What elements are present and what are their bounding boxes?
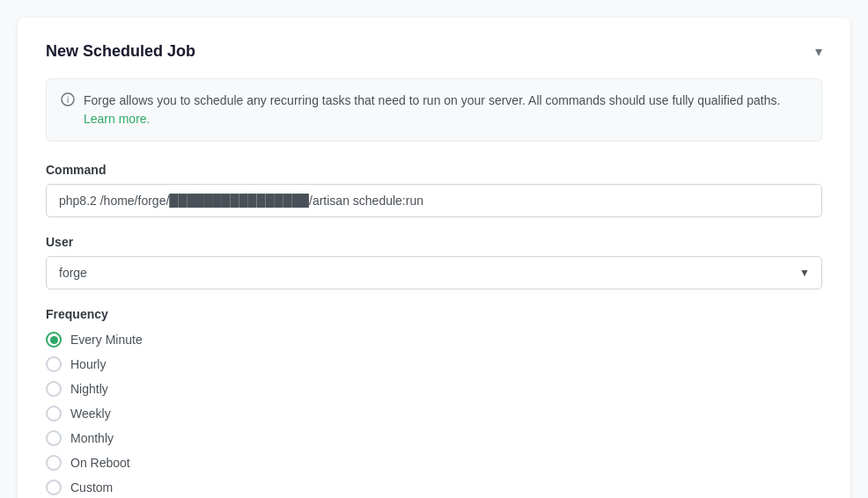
info-description: Forge allows you to schedule any recurri… <box>84 92 807 128</box>
user-label: User <box>46 235 822 249</box>
frequency-group: Frequency Every Minute Hourly Nightly We… <box>46 307 822 495</box>
radio-nightly[interactable]: Nightly <box>46 381 822 397</box>
radio-every-minute[interactable]: Every Minute <box>46 332 822 348</box>
radio-hourly-input[interactable] <box>46 356 62 372</box>
radio-on-reboot-label: On Reboot <box>70 456 130 470</box>
radio-weekly-input[interactable] <box>46 406 62 421</box>
radio-on-reboot-input[interactable] <box>46 455 62 471</box>
frequency-radio-group: Every Minute Hourly Nightly Weekly Month… <box>46 332 822 495</box>
radio-hourly[interactable]: Hourly <box>46 356 822 372</box>
command-group: Command <box>46 163 822 217</box>
user-select-wrapper: forge root ▼ <box>46 256 822 289</box>
radio-custom[interactable]: Custom <box>46 480 822 495</box>
info-box: i Forge allows you to schedule any recur… <box>46 78 822 142</box>
radio-nightly-label: Nightly <box>70 382 108 396</box>
info-icon: i <box>61 92 75 110</box>
radio-monthly[interactable]: Monthly <box>46 430 822 446</box>
radio-nightly-input[interactable] <box>46 381 62 397</box>
radio-custom-label: Custom <box>70 480 113 494</box>
radio-on-reboot[interactable]: On Reboot <box>46 455 822 471</box>
page-title: New Scheduled Job <box>46 42 195 61</box>
frequency-label: Frequency <box>46 307 822 321</box>
radio-monthly-label: Monthly <box>70 431 114 445</box>
user-select[interactable]: forge root <box>46 256 822 289</box>
learn-more-link[interactable]: Learn more. <box>84 112 150 126</box>
radio-custom-input[interactable] <box>46 480 62 495</box>
new-scheduled-job-card: New Scheduled Job ▾ i Forge allows you t… <box>18 18 850 498</box>
command-input[interactable] <box>46 184 822 217</box>
radio-every-minute-input[interactable] <box>46 332 62 348</box>
radio-hourly-label: Hourly <box>70 357 106 371</box>
card-header: New Scheduled Job ▾ <box>46 42 822 61</box>
svg-text:i: i <box>67 95 69 105</box>
command-label: Command <box>46 163 822 177</box>
user-group: User forge root ▼ <box>46 235 822 289</box>
radio-every-minute-label: Every Minute <box>70 333 143 347</box>
radio-monthly-input[interactable] <box>46 430 62 446</box>
chevron-down-icon[interactable]: ▾ <box>815 43 822 60</box>
radio-weekly-label: Weekly <box>70 406 111 421</box>
radio-weekly[interactable]: Weekly <box>46 406 822 421</box>
